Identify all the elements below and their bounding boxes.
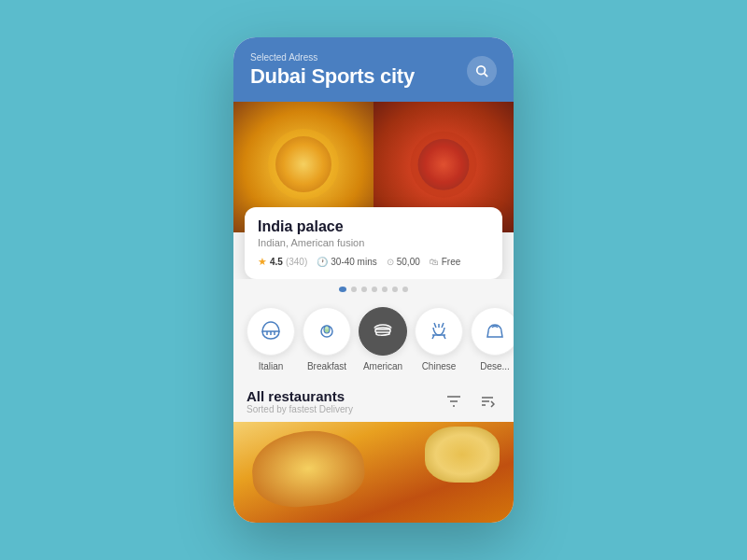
italian-label: Italian <box>259 361 284 371</box>
dot-3[interactable] <box>361 287 367 292</box>
breakfast-icon-wrap <box>303 307 351 356</box>
restaurants-subtitle: Sorted by fastest Delivery <box>247 404 353 414</box>
bag-icon: 🛍 <box>430 257 439 267</box>
category-chinese[interactable]: Chinese <box>415 307 463 371</box>
phone-frame: Selected Adress Dubai Sports city India … <box>233 37 514 523</box>
delivery-fee: Free <box>442 257 461 267</box>
carousel-dots <box>233 279 514 296</box>
hero-section: India palace Indian, American fusion ★ 4… <box>233 102 514 279</box>
american-label: American <box>363 361 402 371</box>
breakfast-label: Breakfast <box>307 361 346 371</box>
restaurant-cuisine: Indian, American fusion <box>258 237 489 248</box>
sort-button[interactable] <box>474 388 500 414</box>
categories-scroll: Italian Breakfast <box>233 303 514 375</box>
rating-count: (340) <box>286 257 307 267</box>
dessert-icon-wrap <box>471 307 514 356</box>
category-american[interactable]: American <box>359 307 407 371</box>
dessert-label: Dese... <box>480 361 510 371</box>
restaurant-card[interactable]: India palace Indian, American fusion ★ 4… <box>245 207 502 279</box>
svg-line-9 <box>442 323 444 328</box>
restaurants-title: All restaurants <box>247 388 353 404</box>
header: Selected Adress Dubai Sports city <box>233 37 514 102</box>
header-text: Selected Adress Dubai Sports city <box>250 52 415 89</box>
star-icon: ★ <box>258 256 267 268</box>
filter-icons <box>441 388 500 414</box>
bottom-food-preview <box>233 422 514 523</box>
clock-icon: 🕐 <box>317 257 328 267</box>
filter-button[interactable] <box>441 388 467 414</box>
restaurants-header: All restaurants Sorted by fastest Delive… <box>247 388 500 414</box>
dot-1[interactable] <box>339 287 346 292</box>
min-order: 50,00 <box>397 257 420 267</box>
restaurant-meta: ★ 4.5 (340) 🕐 30-40 mins ⊙ 50,00 🛍 Free <box>258 256 489 268</box>
category-breakfast[interactable]: Breakfast <box>303 307 351 371</box>
delivery-fee-item: 🛍 Free <box>430 257 461 267</box>
dot-7[interactable] <box>402 287 408 292</box>
chinese-icon-wrap <box>415 307 463 356</box>
dot-5[interactable] <box>382 287 388 292</box>
restaurants-section: All restaurants Sorted by fastest Delive… <box>233 379 514 422</box>
svg-line-8 <box>434 323 436 328</box>
rating-value: 4.5 <box>270 257 283 267</box>
restaurants-header-left: All restaurants Sorted by fastest Delive… <box>247 388 353 414</box>
american-icon-wrap <box>359 307 407 356</box>
categories-section: Italian Breakfast <box>233 296 514 379</box>
rating-item: ★ 4.5 (340) <box>258 256 307 268</box>
delivery-time-item: 🕐 30-40 mins <box>317 257 376 267</box>
dot-4[interactable] <box>372 287 377 292</box>
svg-rect-6 <box>375 329 390 332</box>
min-order-item: ⊙ 50,00 <box>387 257 420 267</box>
city-name: Dubai Sports city <box>250 64 415 89</box>
chinese-label: Chinese <box>422 361 457 371</box>
delivery-time: 30-40 mins <box>331 257 376 267</box>
dot-2[interactable] <box>351 287 357 292</box>
search-button[interactable] <box>467 56 497 86</box>
category-italian[interactable]: Italian <box>247 307 295 371</box>
svg-point-0 <box>477 66 486 75</box>
restaurant-name: India palace <box>258 218 489 235</box>
selected-address-label: Selected Adress <box>250 52 415 63</box>
category-dessert[interactable]: Dese... <box>471 307 514 371</box>
italian-icon-wrap <box>247 307 295 356</box>
svg-line-1 <box>485 74 488 77</box>
dot-6[interactable] <box>392 287 398 292</box>
dollar-icon: ⊙ <box>387 257 394 267</box>
